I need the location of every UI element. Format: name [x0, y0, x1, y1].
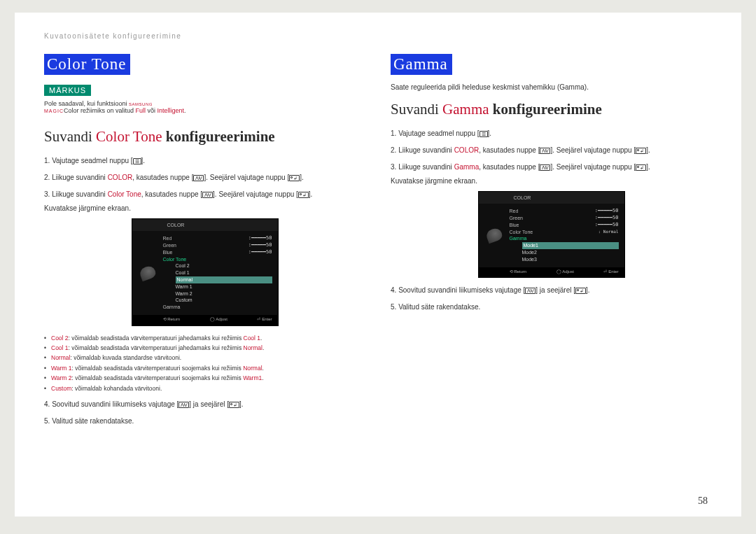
updown-icon: ᐱ/ᐯ	[178, 402, 189, 408]
updown-icon: ᐱ/ᐯ	[193, 175, 204, 181]
step-4: 4. Soovitud suvandini liikumiseks vajuta…	[44, 399, 365, 410]
subsection-title: Suvandi Gamma konfigureerimine	[391, 101, 712, 118]
manual-page: Kuvatoonisätete konfigureerimine Color T…	[15, 13, 741, 517]
updown-icon: ᐱ/ᐯ	[525, 288, 536, 294]
step-3: 3. Liikuge suvandini Gamma, kasutades nu…	[391, 162, 712, 278]
updown-icon: ᐱ/ᐯ	[202, 192, 213, 198]
enter-icon	[229, 402, 239, 408]
option-bullets: Cool 2: võimaldab seadistada värvitemper…	[44, 333, 365, 394]
step-2: 2. Liikuge suvandini COLOR, kasutades nu…	[391, 145, 712, 156]
osd-screenshot-gamma: COLOR Red:━━━━━50 Green:━━━━━50 Blue:━━━…	[478, 191, 625, 278]
step-1: 1. Vajutage seadmel nuppu [].	[391, 128, 712, 139]
step-4: 4. Soovitud suvandini liikumiseks vajuta…	[391, 285, 712, 296]
step-5: 5. Valitud säte rakendatakse.	[44, 416, 365, 427]
enter-icon	[289, 175, 300, 181]
enter-icon	[575, 288, 586, 294]
step-1: 1. Vajutage seadmel nuppu [].	[44, 155, 365, 167]
step-3: 3. Liikuge suvandini Color Tone, kasutad…	[44, 189, 365, 393]
left-column: Color Tone MÄRKUS Pole saadaval, kui fun…	[44, 54, 365, 433]
section-title-gamma: Gamma	[391, 54, 452, 75]
breadcrumb: Kuvatoonisätete konfigureerimine	[44, 32, 712, 40]
right-column: Gamma Saate reguleerida pildi heleduse k…	[391, 54, 712, 433]
osd-screenshot-colortone: COLOR Red:━━━━━50 Green:━━━━━50 Blue:━━━…	[132, 218, 279, 326]
menu-icon	[479, 131, 488, 137]
palette-icon	[138, 265, 157, 281]
subsection-title: Suvandi Color Tone konfigureerimine	[44, 128, 365, 146]
updown-icon: ᐱ/ᐯ	[540, 148, 550, 154]
enter-icon	[298, 192, 309, 198]
step-5: 5. Valitud säte rakendatakse.	[391, 302, 712, 313]
enter-icon	[636, 148, 646, 154]
step-2: 2. Liikuge suvandini COLOR, kasutades nu…	[44, 172, 365, 183]
enter-icon	[636, 164, 646, 171]
updown-icon: ᐱ/ᐯ	[540, 164, 550, 171]
section-title-color-tone: Color Tone	[44, 54, 130, 75]
note-label: MÄRKUS	[44, 85, 91, 96]
palette-icon	[484, 227, 503, 244]
intro-text: Saate reguleerida pildi heleduse keskmis…	[391, 83, 712, 91]
note-text: Pole saadaval, kui funktsiooni SAMSUNGMA…	[44, 100, 365, 114]
menu-icon	[133, 158, 141, 164]
page-number: 58	[698, 496, 708, 507]
